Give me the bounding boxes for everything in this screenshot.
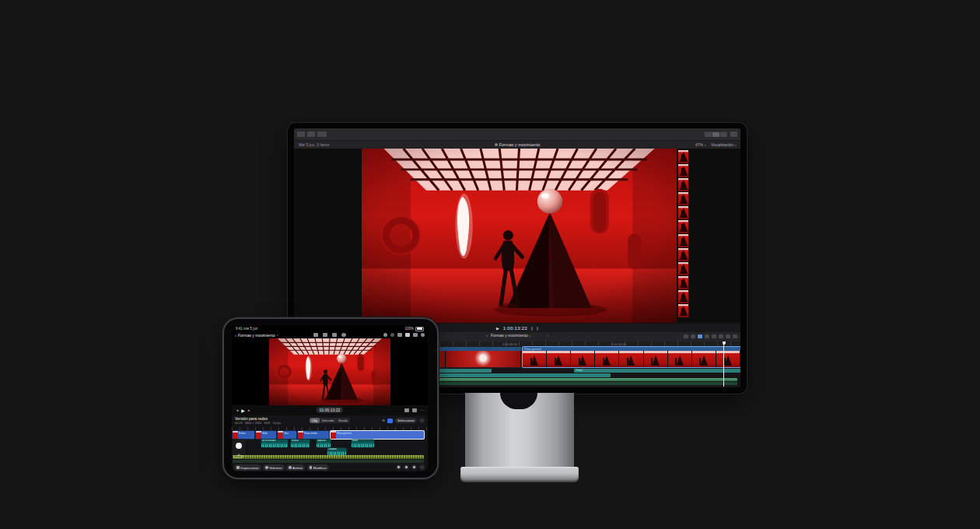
ipad-connected-clip[interactable]: En el estudio <box>261 440 288 447</box>
ipad-timeline-clip[interactable]: Giro <box>278 431 296 439</box>
inspector-layout-icon[interactable] <box>720 132 727 137</box>
voiceover-icon[interactable] <box>332 333 337 337</box>
effects-browser-icon[interactable] <box>726 335 730 338</box>
audio-waveform <box>261 444 288 447</box>
skimming-icon[interactable] <box>698 335 702 338</box>
filmstrip-frame <box>678 248 688 261</box>
playhead[interactable] <box>723 342 724 387</box>
import-icon[interactable] <box>307 131 315 137</box>
media-browser-icon[interactable] <box>323 333 327 337</box>
battery-percent: 100% <box>404 327 414 331</box>
snapping-icon[interactable] <box>719 335 723 338</box>
fullscreen-icon[interactable] <box>404 408 409 412</box>
inspect-button[interactable]: Inspeccionar <box>234 464 261 471</box>
browser-filmstrip[interactable] <box>678 150 688 321</box>
clip-label: Brillo <box>261 431 268 439</box>
share-icon[interactable] <box>730 131 737 137</box>
filmstrip-frame <box>644 351 667 367</box>
timeline-layout-icon[interactable] <box>712 132 719 137</box>
connected-clip-label: En el estudio <box>261 440 288 443</box>
more-icon[interactable]: ⋯ <box>420 408 424 412</box>
ipad-connected-clip[interactable]: Esfera <box>291 440 310 447</box>
ipad-audio-lane-collapsed[interactable] <box>233 460 424 463</box>
timeline-clip-selected[interactable]: Plano general <box>523 347 740 367</box>
filmstrip-frame <box>446 351 520 367</box>
ruler-timecode: 1:00:08:00 <box>502 342 517 346</box>
transitions-browser-icon[interactable] <box>733 335 737 338</box>
ipad-timeline-ruler[interactable] <box>232 427 428 430</box>
connected-clip-label: Título <box>574 369 740 373</box>
ipad-play-button[interactable]: ▶ <box>241 408 245 413</box>
overflow-icon[interactable]: ⋯ <box>419 464 425 470</box>
ipad-body: 9:41 mié 5 jun 100% ‹ Formas y movimient… <box>224 319 437 478</box>
undo-icon[interactable] <box>313 333 318 337</box>
clip-label: Plano general <box>336 431 352 439</box>
clip-label: Giro <box>283 431 289 439</box>
delete-icon[interactable] <box>396 464 401 470</box>
loop-icon[interactable]: ∞ <box>382 419 385 422</box>
zoom-menu[interactable]: 47% ∨ <box>695 142 706 147</box>
previous-project-icon[interactable]: ‹ <box>486 333 488 338</box>
modify-button[interactable]: Modificar <box>307 464 329 471</box>
ipad-timeline-clip-selected[interactable]: Plano general <box>331 431 424 439</box>
audio-clip-label: Música <box>233 455 243 458</box>
ipad-timeline-clip[interactable]: Plano medio <box>298 431 329 439</box>
clip-label: Plano general <box>523 348 541 351</box>
play-button[interactable]: ▶ <box>496 326 499 331</box>
segment-clip[interactable]: Clip <box>310 418 320 423</box>
view-menu[interactable]: Visualización ∨ <box>711 142 737 147</box>
skip-back-button[interactable]: ◂ <box>236 408 238 412</box>
pip-icon[interactable] <box>405 333 410 337</box>
volume-button[interactable]: Volumen <box>263 464 284 471</box>
fcp-info-bar: Mié 5 jun, 3 ítems Formas y movimiento 4… <box>294 141 740 149</box>
zoom-level: 47% <box>695 142 703 147</box>
edit-mode-segmented-control[interactable]: Clip Intervalo Rueda <box>310 418 350 423</box>
grid-icon[interactable] <box>413 333 418 337</box>
segment-wheel[interactable]: Rueda <box>336 418 350 423</box>
index-icon[interactable] <box>684 335 688 338</box>
keyword-icon[interactable] <box>317 131 327 137</box>
select-button[interactable]: Seleccionar <box>395 418 417 423</box>
overlay-view-icon[interactable] <box>387 419 393 423</box>
sidebar-toggle-icon[interactable] <box>297 131 305 137</box>
settings-icon[interactable] <box>421 333 425 337</box>
solo-icon[interactable] <box>712 335 716 338</box>
close-icon[interactable] <box>341 333 346 337</box>
clip-thumbnail <box>331 431 336 439</box>
playhead-handle[interactable] <box>723 342 726 345</box>
ipad-timeline-clip[interactable]: Esfera <box>233 431 254 439</box>
mute-icon[interactable] <box>411 464 417 470</box>
browser-layout-icon[interactable] <box>705 132 712 137</box>
skip-forward-button[interactable]: ▸ <box>248 408 250 412</box>
ipad-connected-clip[interactable]: Brillo <box>352 440 374 447</box>
export-version-meta: 00:23 · 3840 × 2160 · SDR · 24 fps <box>235 422 281 425</box>
viewer-project-title: Formas y movimiento <box>499 142 541 147</box>
timeline-project-menu[interactable]: Formas y movimiento ∨ <box>491 333 531 338</box>
audio-meter-icon[interactable] <box>537 327 538 331</box>
ruler-timecode: 1:00:16:00 <box>611 342 626 346</box>
clip-appearance-icon[interactable] <box>691 335 695 338</box>
viewer-pane <box>294 149 740 323</box>
segment-range[interactable]: Intervalo <box>320 418 336 423</box>
audio-skimming-icon[interactable] <box>705 335 709 338</box>
project-icon <box>495 143 498 146</box>
ipad-connected-clip[interactable]: Impacto <box>317 440 331 447</box>
help-icon[interactable] <box>390 333 394 337</box>
ipad-timeline-clip[interactable]: Brillo <box>256 431 276 439</box>
duplicate-icon[interactable] <box>404 464 409 470</box>
layout-icon[interactable] <box>397 333 402 337</box>
zoom-fit-icon[interactable] <box>412 408 417 412</box>
connected-clip[interactable]: Título <box>574 369 740 373</box>
timeline-more-icon[interactable]: ⋯ <box>419 418 425 423</box>
jog-wheel-knob[interactable] <box>236 443 242 449</box>
audio-meter-icon[interactable] <box>531 327 533 331</box>
connected-clip-label: Impacto <box>317 440 331 443</box>
clock-icon[interactable] <box>383 333 387 337</box>
ipad-screen: 9:41 mié 5 jun 100% ‹ Formas y movimient… <box>232 325 428 471</box>
filmstrip-frame <box>692 351 716 367</box>
animate-button[interactable]: Animar <box>286 464 305 471</box>
next-project-icon[interactable]: › <box>547 333 548 338</box>
ipad-audio-clip[interactable]: Música <box>233 455 424 459</box>
ipad-connected-clip[interactable]: Llegada <box>327 448 346 455</box>
timeline-project-title: Formas y movimiento <box>491 333 528 338</box>
